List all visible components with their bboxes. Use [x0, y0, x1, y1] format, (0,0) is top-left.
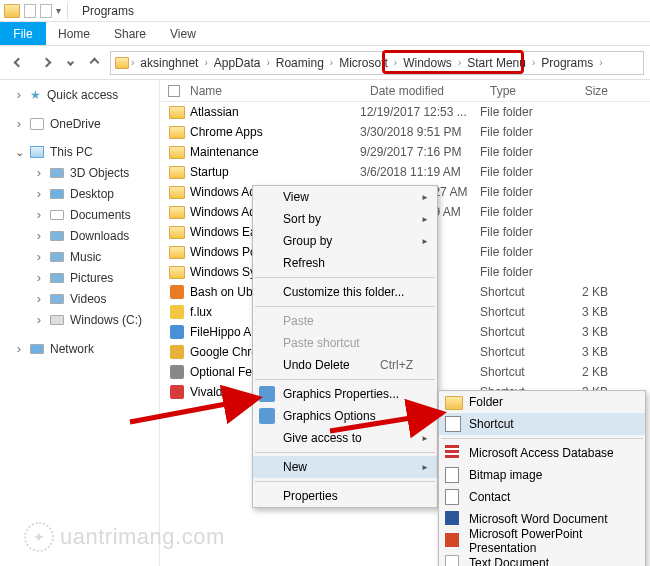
address-bar[interactable]: › aksinghnet› AppData› Roaming› Microsof… [110, 51, 644, 75]
recent-dropdown[interactable] [62, 51, 78, 75]
qat-button-1[interactable] [24, 4, 36, 18]
menu-paste: Paste [253, 310, 437, 332]
c-drive[interactable]: Windows (C:) [0, 309, 159, 330]
separator [255, 277, 435, 278]
share-tab[interactable]: Share [102, 22, 158, 45]
watermark-logo: ✦ [24, 522, 54, 552]
quick-access-toolbar: ▾ [4, 3, 70, 19]
documents[interactable]: Documents [0, 204, 159, 225]
crumb-5[interactable]: Start Menu [463, 56, 530, 70]
menu-group-by[interactable]: Group by [253, 230, 437, 252]
view-tab[interactable]: View [158, 22, 208, 45]
desktop[interactable]: Desktop [0, 183, 159, 204]
navigation-bar: › aksinghnet› AppData› Roaming› Microsof… [0, 46, 650, 80]
qat-dropdown[interactable]: ▾ [56, 5, 61, 16]
file-row[interactable]: Maintenance9/29/2017 7:16 PMFile folder [160, 142, 650, 162]
file-name: Maintenance [186, 145, 360, 159]
back-button[interactable] [6, 51, 30, 75]
new-access-db[interactable]: Microsoft Access Database [439, 442, 645, 464]
label: OneDrive [50, 117, 101, 131]
menu-sort-by[interactable]: Sort by [253, 208, 437, 230]
file-tab[interactable]: File [0, 22, 46, 45]
crumb-sep[interactable]: › [131, 57, 134, 68]
crumb-6[interactable]: Programs [537, 56, 597, 70]
label: Windows (C:) [70, 313, 142, 327]
file-date: 12/19/2017 12:53 ... [360, 105, 480, 119]
label: Videos [70, 292, 106, 306]
menu-graphics-options[interactable]: Graphics Options [253, 405, 437, 427]
music[interactable]: Music [0, 246, 159, 267]
this-pc[interactable]: This PC [0, 142, 159, 162]
quick-access[interactable]: ★Quick access [0, 84, 159, 105]
videos[interactable]: Videos [0, 288, 159, 309]
menu-undo[interactable]: Undo DeleteCtrl+Z [253, 354, 437, 376]
new-contact[interactable]: Contact [439, 486, 645, 508]
crumb-0[interactable]: aksinghnet [136, 56, 202, 70]
menu-graphics-properties[interactable]: Graphics Properties... [253, 383, 437, 405]
new-text[interactable]: Text Document [439, 552, 645, 566]
label: Pictures [70, 271, 113, 285]
file-type: File folder [480, 185, 554, 199]
menu-give-access[interactable]: Give access to [253, 427, 437, 449]
folder-icon [168, 226, 186, 239]
new-bitmap[interactable]: Bitmap image [439, 464, 645, 486]
folder-icon [168, 206, 186, 219]
crumb-3[interactable]: Microsoft [335, 56, 392, 70]
shortcut: Ctrl+Z [380, 358, 413, 372]
file-type: File folder [480, 245, 554, 259]
file-type: File folder [480, 165, 554, 179]
file-row[interactable]: Chrome Apps3/30/2018 9:51 PMFile folder [160, 122, 650, 142]
separator [255, 481, 435, 482]
crumb-2[interactable]: Roaming [272, 56, 328, 70]
home-tab[interactable]: Home [46, 22, 102, 45]
new-ppt[interactable]: Microsoft PowerPoint Presentation [439, 530, 645, 552]
file-row[interactable]: Atlassian12/19/2017 12:53 ...File folder [160, 102, 650, 122]
menu-customize[interactable]: Customize this folder... [253, 281, 437, 303]
select-all-checkbox[interactable] [168, 85, 180, 97]
crumb-1[interactable]: AppData [210, 56, 265, 70]
col-date[interactable]: Date modified [362, 84, 482, 98]
menu-new[interactable]: New [253, 456, 437, 478]
separator [255, 379, 435, 380]
col-name[interactable]: Name [180, 84, 362, 98]
separator [255, 452, 435, 453]
new-shortcut[interactable]: Shortcut [439, 413, 645, 435]
ribbon: File Home Share View [0, 22, 650, 46]
nav-pane: ★Quick access OneDrive This PC 3D Object… [0, 80, 160, 566]
watermark-text: uantrimang.com [60, 524, 225, 550]
menu-view[interactable]: View [253, 186, 437, 208]
file-type: Shortcut [480, 305, 554, 319]
file-row[interactable]: Startup3/6/2018 11:19 AMFile folder [160, 162, 650, 182]
column-headers: Name Date modified Type Size [160, 80, 650, 102]
up-button[interactable] [82, 51, 106, 75]
app-icon [168, 345, 186, 359]
label: Quick access [47, 88, 118, 102]
context-menu: View Sort by Group by Refresh Customize … [252, 185, 438, 508]
onedrive[interactable]: OneDrive [0, 113, 159, 134]
file-type: File folder [480, 105, 554, 119]
menu-refresh[interactable]: Refresh [253, 252, 437, 274]
window-title: Programs [76, 4, 134, 18]
file-size: 2 KB [554, 285, 614, 299]
folder-icon [168, 106, 186, 119]
app-icon [168, 365, 186, 379]
file-date: 3/6/2018 11:19 AM [360, 165, 480, 179]
menu-paste-shortcut: Paste shortcut [253, 332, 437, 354]
downloads[interactable]: Downloads [0, 225, 159, 246]
new-folder[interactable]: Folder [439, 391, 645, 413]
app-icon [168, 385, 186, 399]
app-icon [168, 325, 186, 339]
col-size[interactable]: Size [556, 84, 616, 98]
qat-button-2[interactable] [40, 4, 52, 18]
pictures[interactable]: Pictures [0, 267, 159, 288]
3d-objects[interactable]: 3D Objects [0, 162, 159, 183]
menu-properties[interactable]: Properties [253, 485, 437, 507]
crumb-4[interactable]: Windows [399, 56, 456, 70]
label: Undo Delete [283, 358, 350, 372]
network[interactable]: Network [0, 338, 159, 359]
file-size: 3 KB [554, 325, 614, 339]
col-type[interactable]: Type [482, 84, 556, 98]
forward-button[interactable] [34, 51, 58, 75]
file-type: Shortcut [480, 325, 554, 339]
file-date: 9/29/2017 7:16 PM [360, 145, 480, 159]
